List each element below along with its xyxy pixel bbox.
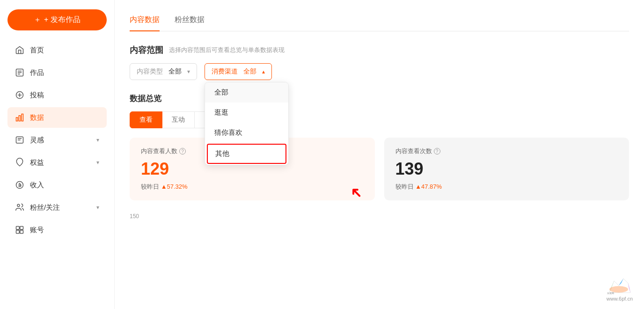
logo-animal-icon: 乐发网 [605,276,633,295]
sidebar-item-account[interactable]: 账号 [7,220,107,240]
income-icon [15,180,24,190]
dropdown-item-other[interactable]: 其他 [207,144,286,164]
viewers-info-icon[interactable]: ? [179,148,186,154]
sidebar-item-inspiration-label: 灵感 [30,136,44,145]
submit-icon [15,90,24,100]
chevron-down-icon-3: ▾ [96,204,99,211]
svg-rect-8 [16,227,20,230]
svg-marker-14 [619,279,623,286]
sidebar-item-inspiration[interactable]: 灵感 ▾ [7,130,107,150]
content-type-arrow: ▾ [187,68,190,75]
sidebar-item-data-label: 数据 [30,113,44,122]
sub-tab-view[interactable]: 查看 [130,111,162,128]
chevron-down-icon: ▾ [96,137,99,143]
fans-icon [15,203,24,212]
tab-fans-data[interactable]: 粉丝数据 [175,11,205,31]
sidebar-item-home-label: 首页 [30,46,44,55]
sidebar-item-income-label: 收入 [30,181,44,190]
svg-rect-2 [16,118,18,121]
svg-rect-10 [16,230,20,234]
sidebar: ＋ + 发布作品 首页 作品 投稿 数据 灵感 ▾ [0,0,115,309]
data-icon [15,113,24,122]
home-icon [15,45,24,55]
publish-label: + 发布作品 [44,15,80,25]
sidebar-item-fans[interactable]: 粉丝/关注 ▾ [7,197,107,218]
sidebar-item-works[interactable]: 作品 [7,62,107,83]
svg-rect-3 [19,116,20,121]
logo-url: www.6pf.cn [605,296,633,302]
content-type-label: 内容类型 [137,67,163,76]
views-value: 139 [395,159,618,179]
bottom-logo: 乐发网 www.6pf.cn [605,276,633,302]
tab-content-data[interactable]: 内容数据 [130,11,160,31]
channel-label: 消费渠道 [212,67,238,76]
svg-rect-11 [20,230,23,234]
views-title: 内容查看次数 ? [395,147,618,155]
main-tabs: 内容数据 粉丝数据 [130,11,629,31]
content-type-value: 全部 [168,67,182,76]
sidebar-item-home[interactable]: 首页 [7,40,107,60]
channel-arrow: ▴ [262,68,265,75]
channel-filter[interactable]: 消费渠道 全部 ▴ [205,63,272,80]
sidebar-item-submit-label: 投稿 [30,91,44,100]
channel-dropdown-menu: 甩手网 www.shuaishou.com 全部 逛逛 猜你喜欢 其他 [205,82,289,165]
channel-value: 全部 [243,67,256,76]
sub-tab-interact[interactable]: 互动 [162,111,195,128]
chart-area: 150 [130,212,629,220]
rights-icon [15,158,24,167]
account-icon [15,225,24,235]
svg-rect-9 [20,227,23,230]
svg-point-7 [17,204,20,206]
content-type-filter[interactable]: 内容类型 全部 ▾ [130,63,197,80]
main-content: 内容数据 粉丝数据 内容范围 选择内容范围后可查看总览与单条数据表现 内容类型 … [115,0,644,309]
svg-text:乐发网: 乐发网 [607,292,614,294]
dropdown-item-browse[interactable]: 逛逛 [205,103,288,123]
chevron-down-icon-2: ▾ [96,159,99,166]
inspiration-icon [15,135,24,145]
content-range-title: 内容范围 选择内容范围后可查看总览与单条数据表现 [130,44,629,56]
sidebar-item-submit[interactable]: 投稿 [7,85,107,105]
sidebar-item-fans-label: 粉丝/关注 [30,203,60,212]
views-change: 较昨日 ▲47.87% [395,183,618,191]
sidebar-item-rights[interactable]: 权益 ▾ [7,152,107,173]
sidebar-item-account-label: 账号 [30,226,44,235]
sidebar-item-data[interactable]: 数据 [7,107,107,128]
filters-row: 内容类型 全部 ▾ 消费渠道 全部 ▴ 甩手网 www.shuaishou.co… [130,63,629,80]
content-range-subtitle: 选择内容范围后可查看总览与单条数据表现 [169,46,285,54]
channel-dropdown-container: 消费渠道 全部 ▴ 甩手网 www.shuaishou.com 全部 逛逛 猜 [205,63,272,80]
svg-rect-4 [22,114,23,121]
dropdown-item-all[interactable]: 全部 [205,82,288,103]
dropdown-item-recommend[interactable]: 猜你喜欢 [205,123,288,143]
plus-icon: ＋ [34,15,41,25]
works-icon [15,68,24,77]
stat-card-views: 内容查看次数 ? 139 较昨日 ▲47.87% [384,138,629,200]
views-info-icon[interactable]: ? [434,148,440,154]
watermark: 甩手网 www.shuaishou.com [210,82,256,84]
chart-y-label: 150 [130,213,139,220]
sidebar-item-income[interactable]: 收入 [7,175,107,195]
sidebar-item-works-label: 作品 [30,68,44,77]
svg-point-6 [16,182,23,189]
viewers-change: 较昨日 ▲57.32% [141,183,364,191]
svg-marker-16 [628,283,630,293]
publish-button[interactable]: ＋ + 发布作品 [7,9,107,30]
sidebar-item-rights-label: 权益 [30,158,44,167]
